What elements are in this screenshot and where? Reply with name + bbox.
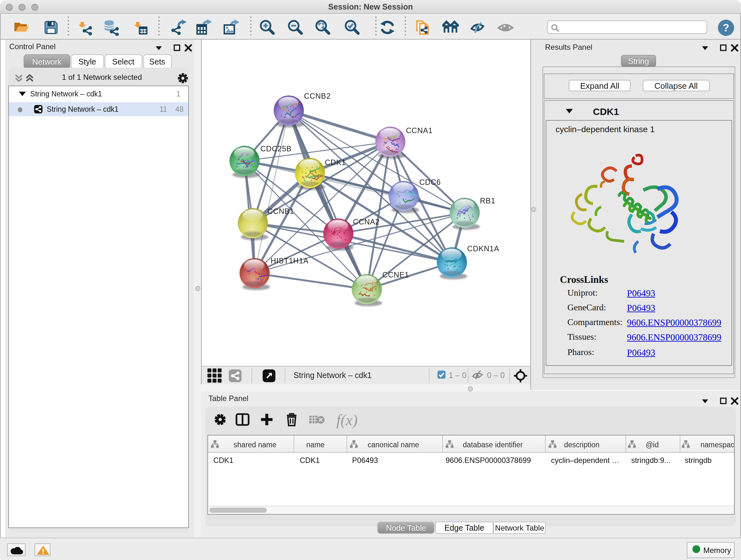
svg-text:CDC25B: CDC25B [260, 145, 292, 153]
svg-text:CDK1: CDK1 [300, 456, 320, 464]
svg-text:CCNA1: CCNA1 [406, 126, 433, 135]
svg-text:CCNB2: CCNB2 [304, 92, 331, 100]
svg-text:cyclin–dependent …: cyclin–dependent … [551, 456, 620, 464]
svg-text:canonical name: canonical name [368, 441, 419, 449]
svg-text:9606.ENSP00000378699: 9606.ENSP00000378699 [446, 456, 531, 464]
svg-text:CDC6: CDC6 [419, 178, 441, 186]
svg-text:stringdb: stringdb [685, 456, 712, 464]
svg-text:database identifier: database identifier [463, 441, 523, 449]
svg-text:RB1: RB1 [480, 197, 495, 205]
svg-text:CDKN1A: CDKN1A [467, 245, 499, 253]
svg-text:HIST1H1A: HIST1H1A [271, 257, 309, 265]
svg-text:P06493: P06493 [352, 456, 378, 464]
svg-text:stringdb:9...: stringdb:9... [631, 456, 671, 464]
svg-text:CCNB1: CCNB1 [267, 207, 294, 215]
svg-text:namespace: namespace [701, 441, 734, 449]
svg-text:CDK1: CDK1 [213, 456, 233, 464]
svg-text:CDK1: CDK1 [325, 159, 346, 167]
svg-text:name: name [307, 441, 325, 449]
svg-text:description: description [564, 441, 600, 449]
svg-text:?: ? [723, 21, 729, 33]
svg-text:shared name: shared name [234, 441, 277, 449]
svg-text:CCNE1: CCNE1 [382, 271, 409, 279]
svg-text:@id: @id [646, 441, 659, 449]
svg-text:CCNA2: CCNA2 [353, 218, 380, 226]
